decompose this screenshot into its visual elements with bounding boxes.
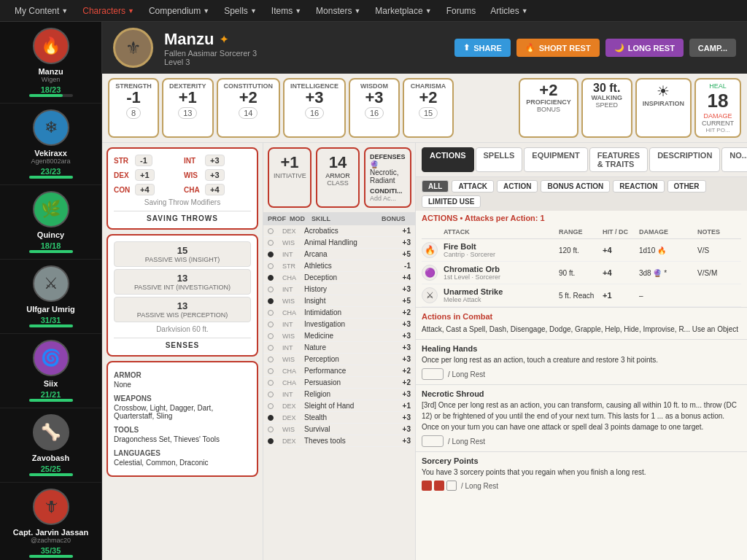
hp-label: CURRENT [702,120,734,127]
skill-stat: WIS [282,426,304,433]
attack-icon: 🟣 [422,265,438,281]
nav-items[interactable]: Items ▼ [264,6,309,16]
nav-forums[interactable]: Forums [439,6,484,16]
skill-bonus: +3 [389,390,411,398]
attack-notes: V/S/M [697,269,741,277]
skill-persuasion[interactable]: CHA Persuasion +2 [263,377,415,389]
ability-intelligence[interactable]: INTELLIGENCE +3 16 [283,78,346,138]
skill-deception[interactable]: CHA Deception +4 [263,272,415,284]
tab-spells[interactable]: SPELLS [476,147,523,172]
char-hp: 21/21 [41,390,61,399]
sidebar-char-4[interactable]: 🌀 Siix 21/21 [0,334,101,408]
skill-perception[interactable]: WIS Perception +3 [263,354,415,365]
skill-athletics[interactable]: STR Athletics -1 [263,260,415,272]
sidebar-char-5[interactable]: 🦴 Zavobash 25/25 [0,408,101,483]
skill-name: Nature [304,343,389,351]
character-sidebar: 🔥 Manzu Wigen 18/23 ❄ Vekiraxx Agen8002a… [0,22,102,560]
nav-monsters[interactable]: Monsters ▼ [309,6,368,16]
languages-section: LANGUAGES Celestial, Common, Draconic [114,446,251,470]
hp-fill [29,250,73,253]
skill-insight[interactable]: WIS Insight +5 [263,295,415,307]
ability-constitution[interactable]: CONSTITUTION +2 14 [217,78,281,138]
avatar: 🗡 [33,489,69,525]
tab-features-&-traits[interactable]: FEATURES & TRAITS [589,147,648,172]
attack-range: 90 ft. [559,269,603,277]
sidebar-char-3[interactable]: ⚔ Ulfgar Umrig 31/31 [0,260,101,334]
skill-bonus: +3 [389,437,411,445]
filter-action[interactable]: ACTION [497,180,538,192]
filter-reaction[interactable]: REACTION [613,180,664,192]
nav-compendium[interactable]: Compendium ▼ [142,6,217,16]
skill-name: Theves tools [304,437,389,445]
skill-bonus: +3 [389,425,411,433]
saving-throws-title: SAVING THROWS [114,211,251,222]
skill-stat: DEX [282,438,304,445]
skill-sleight-of-hand[interactable]: DEX Sleight of Hand +1 [263,400,415,412]
filter-all[interactable]: ALL [422,180,449,192]
attack-unarmed-strike[interactable]: ⚔ Unarmed Strike Melee Attack 5 ft. Reac… [422,284,741,307]
char-sub: Wigen [42,76,61,83]
sidebar-char-1[interactable]: ❄ Vekiraxx Agen8002ara 23/23 [0,104,101,185]
sidebar-char-6[interactable]: 🗡 Capt. Jarvin Jassan @zachmac20 35/35 [0,483,101,560]
sidebar-char-0[interactable]: 🔥 Manzu Wigen 18/23 [0,22,101,104]
filter-limited-use[interactable]: LIMITED USE [422,195,481,208]
skill-bonus: +5 [389,297,411,305]
filter-other[interactable]: OTHER [667,180,706,192]
tab-no...[interactable]: NO... [721,147,747,172]
skill-acrobatics[interactable]: DEX Acrobatics +1 [263,225,415,237]
skill-religion[interactable]: INT Religion +3 [263,389,415,400]
senses-value: 13 [120,273,244,284]
ability-wisdom[interactable]: WISDOM +3 16 [349,78,400,138]
intelligence-modifier: +3 [290,90,338,106]
feature-healing-hands: Healing Hands Once per long rest as an a… [416,339,747,384]
tab-equipment[interactable]: EQUIPMENT [524,147,587,172]
skill-survival[interactable]: WIS Survival +3 [263,424,415,435]
nav-my-content[interactable]: My Content ▼ [7,6,75,16]
saving-throw-modifiers-label: Saving Throw Modifiers [114,198,251,206]
throw-abbr: CHA [184,186,202,194]
attack-fire-bolt[interactable]: 🔥 Fire Bolt Cantrip · Sorcerer 120 ft. +… [422,239,741,262]
skill-history[interactable]: INT History +3 [263,284,415,295]
throw-abbr: STR [114,157,132,165]
armor-category: ARMOR [114,371,251,379]
rest-checkbox[interactable] [422,368,444,380]
tab-actions[interactable]: ACTIONS [422,147,474,172]
campaign-button[interactable]: CAMP... [689,39,736,57]
nav-marketplace[interactable]: Marketplace ▼ [368,6,438,16]
hp-fill [29,555,73,558]
sidebar-char-2[interactable]: 🌿 Quincy 18/18 [0,185,101,260]
nav-articles[interactable]: Articles ▼ [483,6,535,16]
long-rest-button[interactable]: 🌙 LONG REST [605,39,684,57]
sorcery-points-toggle: / Long Rest [422,481,741,491]
filter-attack[interactable]: ATTACK [452,180,494,192]
throw-value: +1 [135,169,155,181]
rest-checkbox[interactable] [422,435,444,447]
skill-performance[interactable]: CHA Performance +2 [263,365,415,377]
skill-stealth[interactable]: DEX Stealth +3 [263,412,415,424]
share-button[interactable]: ⬆ SHARE [454,39,511,57]
skill-header-bonus: BONUS [382,215,411,222]
filter-bonus-action[interactable]: BONUS ACTION [541,180,610,192]
skill-medicine[interactable]: WIS Medicine +3 [263,330,415,342]
skill-name: Deception [304,273,389,281]
nav-characters[interactable]: Characters ▼ [75,6,142,16]
skill-header-skill: SKILL [311,215,382,222]
ability-charisma[interactable]: CHARISMA +2 15 [403,78,454,138]
skill-theves-tools[interactable]: DEX Theves tools +3 [263,435,415,447]
attack-chromatic-orb[interactable]: 🟣 Chromatic Orb 1st Level · Sorcerer 90 … [422,262,741,284]
tab-description[interactable]: DESCRIPTION [649,147,720,172]
filter-row: ALLATTACKACTIONBONUS ACTIONREACTIONOTHER… [416,177,747,211]
skill-arcana[interactable]: INT Arcana +5 [263,249,415,260]
throw-abbr: CON [114,186,132,194]
nav-spells[interactable]: Spells ▼ [217,6,264,16]
feature-text: [3rd] Once per long rest as an action, y… [422,400,741,432]
skill-animal-handling[interactable]: WIS Animal Handling +3 [263,237,415,249]
skill-nature[interactable]: INT Nature +3 [263,342,415,354]
char-hp: 35/35 [41,546,61,555]
skill-stat: DEX [282,414,304,421]
ability-dexterity[interactable]: DEXTERITY +1 13 [162,78,214,138]
short-rest-button[interactable]: 🔥 SHORT REST [516,39,600,57]
ability-strength[interactable]: STRENGTH -1 8 [108,78,159,138]
skill-intimidation[interactable]: CHA Intimidation +2 [263,307,415,319]
skill-investigation[interactable]: INT Investigation +3 [263,319,415,330]
